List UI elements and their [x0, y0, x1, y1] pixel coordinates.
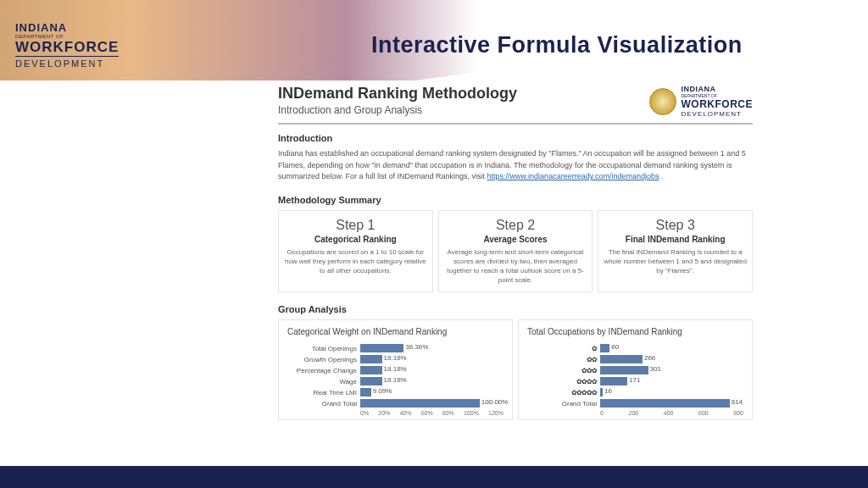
- logo-workforce-right: INDIANA DEPARTMENT OF WORKFORCE DEVELOPM…: [649, 85, 754, 118]
- methodology-heading: Methodology Summary: [278, 195, 753, 205]
- bar-row: ✿✿✿✿✿16: [527, 387, 743, 397]
- flame-icon: ✿✿✿: [581, 367, 597, 374]
- bar-row: Wage18.18%: [287, 376, 504, 386]
- bar-row: Grand Total814: [527, 398, 743, 408]
- bar-row: Real Time LMI9.09%: [287, 387, 504, 397]
- step-card-1: Step 1 Categorical Ranking Occupations a…: [278, 210, 433, 293]
- footer-bar: [0, 466, 868, 488]
- bar-row: ✿60: [527, 343, 743, 353]
- divider: [278, 123, 753, 125]
- indemand-link[interactable]: https://www.indianacareerready.com/indem…: [487, 172, 659, 180]
- chart-total-occupations: Total Occupations by INDemand Ranking ✿6…: [518, 319, 753, 420]
- indiana-seal-icon: [649, 88, 676, 115]
- flame-icon: ✿✿✿✿✿: [571, 389, 597, 396]
- doc-title: INDemand Ranking Methodology: [278, 85, 517, 103]
- step-card-3: Step 3 Final INDemand Ranking The final …: [598, 210, 753, 293]
- chart-title-2: Total Occupations by INDemand Ranking: [527, 327, 743, 336]
- bar-row: ✿✿✿✿171: [527, 376, 743, 386]
- bar-row: Percentage Change18.18%: [287, 365, 504, 375]
- logo-line1: INDIANA: [15, 21, 119, 34]
- logo-workforce-top: INDIANA DEPARTMENT OF WORKFORCE DEVELOPM…: [15, 21, 119, 69]
- bar-row: Growth Openings18.18%: [287, 354, 504, 364]
- doc-title-block: INDemand Ranking Methodology Introductio…: [278, 85, 517, 116]
- logo-line4: DEVELOPMENT: [15, 56, 119, 69]
- steps-row: Step 1 Categorical Ranking Occupations a…: [278, 210, 753, 293]
- group-analysis-heading: Group Analysis: [278, 304, 753, 314]
- chart-title-1: Categorical Weight on INDemand Ranking: [287, 327, 504, 336]
- flame-icon: ✿: [592, 345, 597, 352]
- page-title: Interactive Formula Visualization: [371, 32, 743, 58]
- doc-subtitle: Introduction and Group Analysis: [278, 104, 517, 116]
- flame-icon: ✿✿: [587, 356, 597, 363]
- chart-categorical-weight: Categorical Weight on INDemand Ranking T…: [278, 319, 513, 420]
- intro-text: Indiana has established an occupational …: [278, 148, 753, 183]
- bar-row: ✿✿✿301: [527, 365, 743, 375]
- step-card-2: Step 2 Average Scores Average long-term …: [438, 210, 593, 293]
- flame-icon: ✿✿✿✿: [576, 378, 597, 385]
- bar-row: Total Openings36.36%: [287, 343, 504, 353]
- document-content: INDemand Ranking Methodology Introductio…: [278, 85, 753, 420]
- logo-line3: WORKFORCE: [15, 39, 119, 56]
- intro-heading: Introduction: [278, 133, 753, 143]
- bar-row: Grand Total100.00%: [287, 398, 504, 408]
- bar-row: ✿✿266: [527, 354, 743, 364]
